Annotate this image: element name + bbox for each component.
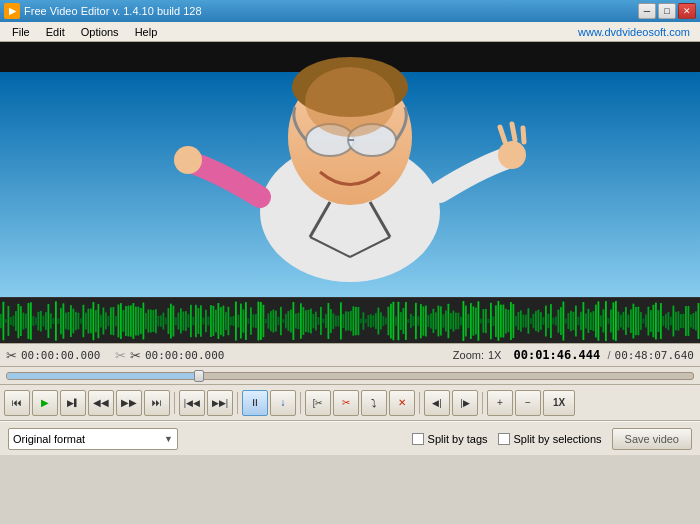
svg-rect-68 [120, 303, 122, 339]
scissors-cut-button[interactable]: ✂ [333, 390, 359, 416]
svg-rect-251 [578, 317, 580, 325]
menu-file[interactable]: File [4, 25, 38, 39]
prev-keyframe-button[interactable]: |◀◀ [179, 390, 205, 416]
svg-rect-212 [480, 319, 482, 324]
pause-button[interactable]: ⏸ [242, 390, 268, 416]
svg-rect-175 [388, 307, 390, 336]
svg-rect-50 [75, 312, 77, 331]
prev-mark-button[interactable]: ◀| [424, 390, 450, 416]
svg-rect-26 [15, 311, 17, 331]
svg-rect-25 [13, 316, 15, 327]
svg-rect-58 [95, 310, 97, 332]
split-by-tags-checkbox[interactable] [412, 433, 424, 445]
seek-track[interactable] [6, 372, 694, 380]
svg-rect-21 [3, 302, 5, 341]
next-frame-button[interactable]: ▶▶ [116, 390, 142, 416]
svg-rect-119 [248, 318, 250, 323]
svg-rect-110 [225, 312, 227, 330]
menu-options[interactable]: Options [73, 25, 127, 39]
seek-thumb[interactable] [194, 370, 204, 382]
svg-rect-186 [415, 303, 417, 340]
svg-rect-121 [253, 314, 255, 327]
svg-rect-204 [460, 317, 462, 326]
next-mark-button[interactable]: |▶ [452, 390, 478, 416]
next-keyframe-button[interactable]: ▶▶| [207, 390, 233, 416]
go-to-start-button[interactable]: ⏮ [4, 390, 30, 416]
svg-rect-236 [540, 312, 542, 330]
split-by-selections-checkbox[interactable] [498, 433, 510, 445]
svg-rect-193 [433, 309, 435, 333]
svg-rect-38 [45, 312, 47, 330]
website-link[interactable]: www.dvdvideosoft.com [578, 26, 696, 38]
svg-rect-205 [463, 301, 465, 341]
svg-rect-97 [193, 317, 195, 326]
svg-rect-154 [335, 315, 337, 326]
svg-rect-104 [210, 305, 212, 337]
go-to-end-button[interactable]: ⏭ [144, 390, 170, 416]
svg-rect-278 [645, 314, 647, 327]
prev-frame-button[interactable]: ◀◀ [88, 390, 114, 416]
svg-rect-248 [570, 311, 572, 332]
svg-rect-144 [310, 308, 312, 333]
svg-rect-65 [113, 307, 115, 335]
svg-rect-224 [510, 302, 512, 340]
svg-rect-275 [638, 307, 640, 335]
split-by-selections-group: Split by selections [498, 433, 602, 445]
svg-rect-114 [235, 302, 237, 341]
svg-rect-225 [513, 304, 515, 338]
delete-segment-button[interactable]: ✕ [389, 390, 415, 416]
svg-rect-167 [368, 315, 370, 327]
zoom-level-button[interactable]: 1X [543, 390, 575, 416]
menu-edit[interactable]: Edit [38, 25, 73, 39]
video-placeholder [0, 42, 700, 297]
svg-rect-139 [298, 313, 300, 329]
svg-rect-272 [630, 309, 632, 333]
fade-button[interactable]: ⤵ [361, 390, 387, 416]
svg-point-14 [305, 67, 395, 137]
svg-rect-226 [515, 316, 517, 326]
cut-point2-icon: ✂ [130, 348, 141, 363]
svg-rect-245 [563, 302, 565, 341]
svg-rect-268 [620, 315, 622, 328]
minimize-button[interactable]: ─ [638, 3, 656, 19]
waveform-svg: // Generate waveform pattern inline via … [0, 298, 700, 343]
format-dropdown[interactable]: Original format ▼ [8, 428, 178, 450]
svg-rect-140 [300, 303, 302, 339]
maximize-button[interactable]: □ [658, 3, 676, 19]
svg-rect-221 [503, 304, 505, 337]
current-time: 00:01:46.444 [513, 348, 603, 362]
mark-start-button[interactable]: [✂ [305, 390, 331, 416]
svg-rect-199 [448, 304, 450, 339]
svg-rect-101 [203, 318, 205, 325]
svg-rect-246 [565, 319, 567, 324]
svg-rect-231 [528, 308, 530, 334]
close-button[interactable]: ✕ [678, 3, 696, 19]
svg-rect-120 [250, 307, 252, 335]
svg-rect-84 [160, 315, 162, 327]
svg-rect-94 [185, 311, 187, 331]
play-button[interactable]: ▶ [32, 390, 58, 416]
dropdown-arrow-icon: ▼ [164, 434, 173, 444]
svg-rect-122 [255, 314, 257, 328]
svg-rect-172 [380, 312, 382, 329]
svg-rect-277 [643, 319, 645, 324]
svg-rect-293 [683, 314, 685, 329]
svg-rect-105 [213, 306, 215, 336]
play-selection-button[interactable]: ▶▌ [60, 390, 86, 416]
svg-rect-184 [410, 314, 412, 329]
download-button[interactable]: ↓ [270, 390, 296, 416]
separator-3 [300, 392, 301, 414]
zoom-out-button[interactable]: − [515, 390, 541, 416]
svg-rect-111 [228, 307, 230, 336]
menu-help[interactable]: Help [127, 25, 166, 39]
svg-rect-256 [590, 312, 592, 330]
zoom-in-button[interactable]: + [487, 390, 513, 416]
save-video-button[interactable]: Save video [612, 428, 692, 450]
svg-rect-62 [105, 312, 107, 329]
svg-rect-155 [338, 316, 340, 327]
svg-rect-214 [485, 309, 487, 334]
bottom-bar: Original format ▼ Split by tags Split by… [0, 421, 700, 455]
svg-point-8 [174, 146, 202, 174]
svg-rect-270 [625, 307, 627, 335]
svg-rect-128 [270, 311, 272, 331]
